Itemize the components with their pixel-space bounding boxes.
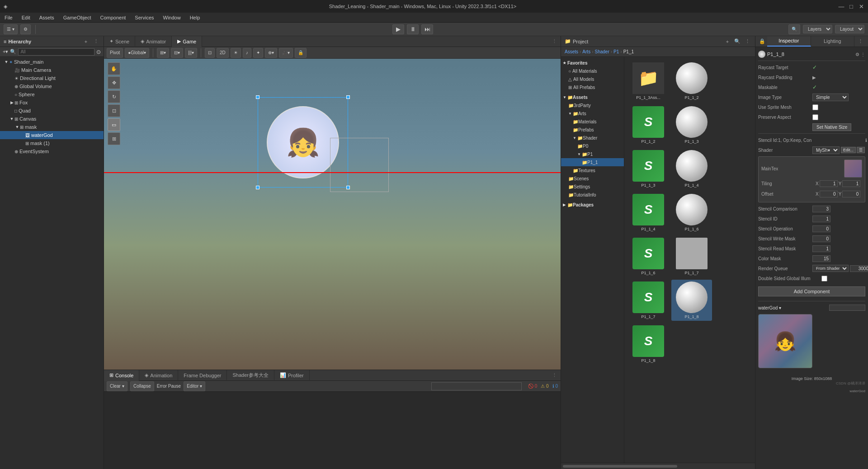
search-button[interactable]: 🔍: [788, 24, 800, 34]
asset-p1-1-3ass[interactable]: 📁 P1_1_3Ass...: [628, 61, 669, 102]
project-scrollbar[interactable]: [561, 463, 755, 469]
hierarchy-item-dir-light[interactable]: ☀ Directional Light: [0, 74, 104, 82]
maskable-check[interactable]: ✓: [812, 84, 817, 90]
tab-animator[interactable]: ◈ Animator: [135, 36, 172, 47]
hierarchy-item-watergod[interactable]: 🖼 waterGod: [0, 131, 104, 139]
tree-p0[interactable]: 📁P0: [561, 142, 624, 150]
watergod-label[interactable]: waterGod ▾: [758, 305, 781, 310]
collapse-button[interactable]: Collapse: [130, 381, 154, 391]
tab-profiler[interactable]: 📊 Profiler: [274, 370, 310, 381]
hierarchy-item-mask1[interactable]: ⊞ mask (1): [0, 139, 104, 147]
breadcrumb-shader[interactable]: Shader: [594, 49, 609, 54]
breadcrumb-assets[interactable]: Assets: [565, 49, 578, 54]
tree-3rdparty[interactable]: 📁3rdParty: [561, 101, 624, 109]
watergod-search[interactable]: [829, 305, 865, 311]
asset-p1-1-4-circle[interactable]: P1_1_4: [671, 148, 712, 189]
render-queue-value-input[interactable]: [850, 265, 868, 272]
tree-all-materials[interactable]: ○All Materials: [561, 67, 624, 75]
close-button[interactable]: ✕: [858, 3, 864, 9]
tree-settings[interactable]: 📁Settings: [561, 183, 624, 191]
tree-packages[interactable]: ▶ 📁Packages: [561, 201, 624, 209]
audio-toggle[interactable]: ♪: [243, 48, 251, 58]
stencil-write-mask-input[interactable]: [812, 235, 830, 242]
tree-all-models[interactable]: △All Models: [561, 75, 624, 83]
hierarchy-item-shader-main[interactable]: ▼ ✦ Shader_main: [0, 58, 104, 66]
stencil-id2-input[interactable]: [812, 216, 830, 222]
project-menu-button[interactable]: ⋮: [743, 38, 751, 46]
raycast-padding-arrow[interactable]: ▶: [812, 75, 816, 80]
tiling-y-input[interactable]: [842, 180, 860, 187]
menu-assets[interactable]: Assets: [38, 14, 56, 21]
tab-inspector[interactable]: Inspector: [767, 36, 811, 47]
fx-toggle[interactable]: ✦: [253, 48, 263, 58]
hierarchy-item-canvas[interactable]: ▼ ⊞ Canvas: [0, 115, 104, 123]
color-mask-input[interactable]: [812, 255, 830, 262]
hierarchy-item-eventsystem[interactable]: ⊕ EventSystem: [0, 147, 104, 155]
asset-p1-1-8-circle[interactable]: P1_1_8: [671, 280, 712, 321]
offset-x-input[interactable]: [820, 191, 838, 197]
image-type-dropdown[interactable]: Simple: [812, 94, 849, 101]
handle-bl[interactable]: [256, 186, 259, 189]
tiling-x-input[interactable]: [820, 180, 838, 187]
hierarchy-item-global-volume[interactable]: ⊕ Global Volume: [0, 82, 104, 90]
layers-dropdown[interactable]: Layers: [803, 25, 832, 33]
raycast-target-check[interactable]: ✓: [812, 64, 817, 70]
rotate-tool-btn[interactable]: ↻: [108, 90, 120, 103]
move-tool-btn[interactable]: ✥: [108, 76, 120, 89]
step-button[interactable]: ⏭: [421, 24, 433, 34]
menu-services[interactable]: Services: [133, 14, 156, 21]
tree-p1-1[interactable]: 📁P1_1: [561, 158, 624, 166]
scene-tabs-more[interactable]: ⋮: [552, 38, 561, 44]
hand-tool[interactable]: ☰ ▾: [4, 24, 18, 34]
bottom-tabs-more[interactable]: ⋮: [552, 372, 561, 378]
add-icon[interactable]: +▾: [3, 49, 8, 55]
tab-scene[interactable]: ✦ Scene: [104, 36, 135, 47]
maintex-preview[interactable]: [844, 159, 862, 178]
hierarchy-item-mask[interactable]: ▼ ⊞ mask: [0, 123, 104, 131]
hierarchy-menu-button[interactable]: ⋮: [92, 38, 100, 46]
inspector-lock-icon[interactable]: 🔒: [759, 38, 765, 44]
view-toggle[interactable]: |||▾: [185, 48, 197, 58]
shader-list-button[interactable]: ☰: [857, 147, 865, 153]
tree-assets[interactable]: ▼ 📁Assets: [561, 93, 624, 101]
project-search-button[interactable]: 🔍: [733, 38, 741, 46]
offset-y-input[interactable]: [842, 191, 860, 197]
layout-dropdown[interactable]: Layout: [835, 25, 864, 33]
menu-window[interactable]: Window: [161, 14, 183, 21]
clear-button[interactable]: Clear ▾: [107, 381, 127, 391]
asset-p1-1-3-shader[interactable]: S P1_1_3: [628, 148, 669, 189]
rect-tool-btn[interactable]: ▭: [108, 118, 120, 131]
tab-game[interactable]: ▶ Game: [172, 36, 202, 47]
preserve-aspect-check[interactable]: [812, 114, 818, 120]
scene-view[interactable]: ✋ ✥ ↻ ⊡ ▭ ⊞: [104, 59, 561, 370]
add-component-button[interactable]: Add Component: [758, 286, 865, 296]
shader-edit-button[interactable]: Edit...: [841, 147, 856, 153]
tree-shader[interactable]: ▼📁Shader: [561, 134, 624, 142]
asset-p1-1-2-circle[interactable]: P1_1_2: [671, 61, 712, 102]
editor-dropdown[interactable]: Editor ▾: [184, 381, 205, 391]
tree-favorites[interactable]: ★ Favorites: [561, 59, 624, 67]
pause-button[interactable]: ⏸: [407, 24, 419, 34]
pivot-toggle[interactable]: Pivot: [107, 48, 123, 58]
maximize-button[interactable]: □: [848, 3, 854, 9]
asset-p1-1-6-shader[interactable]: S P1_1_6: [628, 236, 669, 277]
menu-component[interactable]: Component: [98, 14, 127, 21]
use-sprite-mesh-check[interactable]: [812, 104, 818, 110]
minimize-button[interactable]: —: [838, 3, 844, 9]
menu-edit[interactable]: Edit: [20, 14, 32, 21]
scale-tool-btn[interactable]: ⊡: [108, 104, 120, 117]
disk-icon[interactable]: ⚙: [20, 24, 31, 34]
double-sided-check[interactable]: [821, 276, 827, 281]
tree-all-prefabs[interactable]: ⊞All Prefabs: [561, 83, 624, 91]
project-add-button[interactable]: +: [723, 38, 731, 46]
material-settings-icon[interactable]: ⚙: [855, 52, 859, 57]
hierarchy-item-fox[interactable]: ▶ ⊞ Fox: [0, 98, 104, 107]
tree-arts[interactable]: ▼📁Arts: [561, 109, 624, 117]
tree-p1[interactable]: ▼📁P1: [561, 150, 624, 158]
light-toggle[interactable]: ☀: [231, 48, 241, 58]
menu-file[interactable]: File: [3, 14, 14, 21]
menu-help[interactable]: Help: [188, 14, 202, 21]
tree-tutorialinfo[interactable]: 📁TutorialInfo: [561, 191, 624, 199]
render-queue-dropdown[interactable]: From Shader ▾: [812, 265, 849, 272]
lock-toggle[interactable]: 🔒: [295, 48, 307, 58]
